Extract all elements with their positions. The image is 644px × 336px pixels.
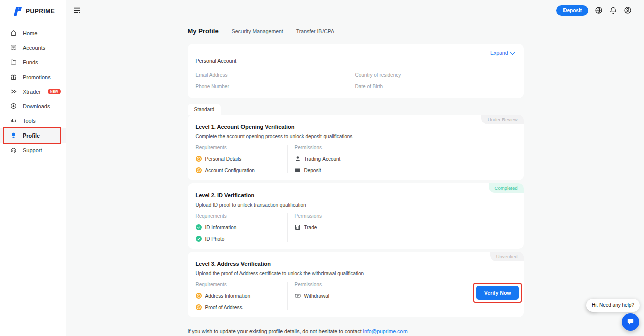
requirement-label: ID Information bbox=[205, 225, 237, 230]
tab-my-profile[interactable]: My Profile bbox=[188, 27, 219, 35]
support-icon bbox=[10, 147, 17, 153]
tab-transfer-ib-cpa[interactable]: Transfer IB/CPA bbox=[296, 28, 334, 34]
permission-trade: Trade bbox=[295, 224, 516, 230]
sidebar-item-label: Home bbox=[23, 30, 37, 36]
sidebar-item-support[interactable]: Support bbox=[0, 143, 66, 157]
personal-account-card: Expand Personal Account Email Address Co… bbox=[188, 44, 524, 98]
chat-tooltip[interactable]: Hi. Need any help? bbox=[586, 299, 640, 312]
sidebar-item-xtrader[interactable]: Xtrader NEW bbox=[0, 84, 66, 99]
sidebar-item-home[interactable]: Home bbox=[0, 26, 66, 40]
page-tabs: My Profile Security Management Transfer … bbox=[188, 27, 524, 35]
phone-number-label: Phone Number bbox=[196, 84, 355, 89]
level-2-card: Completed Level 2. ID Verification Uploa… bbox=[188, 183, 524, 249]
requirements-label: Requirements bbox=[196, 282, 287, 287]
requirement-account-configuration: Account Configuration bbox=[196, 167, 287, 173]
chat-launcher-button[interactable] bbox=[622, 313, 639, 331]
date-of-birth-label: Date of Birth bbox=[355, 84, 514, 89]
contact-email-link[interactable]: info@puprime.com bbox=[363, 328, 408, 334]
requirement-label: Address Information bbox=[205, 293, 251, 299]
sidebar-item-label: Support bbox=[23, 147, 42, 153]
language-globe-icon[interactable] bbox=[595, 6, 603, 14]
xtrader-icon bbox=[10, 88, 17, 95]
expand-label: Expand bbox=[490, 50, 508, 56]
sidebar-item-label: Profile bbox=[23, 132, 40, 139]
level-description: Upload the proof of Address certificate … bbox=[196, 271, 516, 276]
requirement-id-information: ID Information bbox=[196, 224, 287, 230]
status-badge-under-review: Under Review bbox=[481, 115, 524, 124]
tab-security-management[interactable]: Security Management bbox=[232, 28, 283, 34]
sidebar-item-label: Accounts bbox=[23, 45, 45, 51]
deposit-button[interactable]: Deposit bbox=[556, 5, 588, 16]
profile-page: My Profile Security Management Transfer … bbox=[188, 27, 524, 334]
permission-label: Withdrawal bbox=[304, 293, 329, 299]
notifications-bell-icon[interactable] bbox=[609, 6, 617, 14]
sidebar-item-label: Downloads bbox=[23, 103, 50, 109]
sidebar-item-label: Funds bbox=[23, 59, 38, 65]
user-account-icon[interactable] bbox=[624, 6, 632, 14]
sidebar-item-funds[interactable]: Funds bbox=[0, 55, 66, 70]
new-badge: NEW bbox=[48, 89, 61, 94]
level-columns: Requirements Personal Details Account Co… bbox=[196, 145, 516, 173]
accounts-icon bbox=[10, 44, 17, 51]
sidebar-item-accounts[interactable]: Accounts bbox=[0, 40, 66, 55]
level-3-card: Unverified Level 3. Address Verification… bbox=[188, 252, 524, 317]
permissions-label: Permissions bbox=[295, 213, 516, 219]
tools-icon bbox=[10, 117, 17, 124]
annotation-box-verify-now: Verify Now bbox=[473, 283, 522, 303]
sidebar-menu: Home Accounts Funds Promotions Xtrader N… bbox=[0, 26, 66, 157]
permission-label: Trade bbox=[304, 225, 317, 230]
sidebar-item-profile[interactable]: Profile bbox=[0, 128, 66, 143]
permission-trading-account: Trading Account bbox=[295, 156, 516, 162]
requirement-label: ID Photo bbox=[205, 236, 225, 242]
requirement-personal-details: Personal Details bbox=[196, 156, 287, 162]
status-badge-unverified: Unverified bbox=[490, 252, 524, 261]
level-columns: Requirements ID Information ID Photo Per… bbox=[196, 213, 516, 242]
sidebar-item-label: Tools bbox=[23, 118, 36, 124]
permission-label: Trading Account bbox=[304, 156, 341, 162]
level-description: Complete the account opening process to … bbox=[196, 133, 516, 139]
profile-icon bbox=[10, 132, 17, 139]
main-area: Deposit My Profile Security Management T… bbox=[67, 0, 644, 336]
expand-toggle[interactable]: Expand bbox=[490, 50, 514, 56]
requirement-label: Proof of Address bbox=[205, 305, 243, 310]
brand-name: PUPRIME bbox=[26, 8, 55, 15]
pending-clock-icon bbox=[196, 304, 202, 310]
done-check-icon bbox=[196, 236, 202, 242]
withdrawal-banknote-icon bbox=[295, 293, 301, 299]
contact-note: If you wish to update your existing prof… bbox=[188, 328, 524, 334]
pending-clock-icon bbox=[196, 156, 202, 162]
sidebar-item-downloads[interactable]: Downloads bbox=[0, 99, 66, 113]
requirements-column: Requirements ID Information ID Photo bbox=[196, 213, 287, 242]
puprime-logo-icon bbox=[13, 6, 23, 16]
chat-bubble-icon bbox=[626, 318, 635, 326]
requirements-label: Requirements bbox=[196, 145, 287, 150]
collapse-menu-icon[interactable] bbox=[74, 7, 82, 14]
personal-fields: Email Address Country of residency Phone… bbox=[196, 72, 514, 89]
sidebar-item-tools[interactable]: Tools bbox=[0, 113, 66, 128]
trading-account-icon bbox=[295, 156, 301, 162]
requirement-id-photo: ID Photo bbox=[196, 236, 287, 242]
requirement-proof-of-address: Proof of Address bbox=[196, 304, 287, 310]
sidebar: PUPRIME Home Accounts Funds Promotions X… bbox=[0, 0, 66, 336]
requirements-column: Requirements Personal Details Account Co… bbox=[196, 145, 287, 173]
requirement-label: Personal Details bbox=[205, 156, 242, 162]
level-columns: Requirements Address Information Proof o… bbox=[196, 282, 516, 310]
permission-deposit: Deposit bbox=[295, 167, 516, 173]
sidebar-item-label: Xtrader bbox=[23, 89, 41, 95]
requirement-label: Account Configuration bbox=[205, 168, 255, 173]
top-bar: Deposit bbox=[67, 0, 644, 20]
country-of-residency-label: Country of residency bbox=[355, 72, 514, 78]
level-1-card: Under Review Level 1. Account Opening Ve… bbox=[188, 115, 524, 180]
brand-logo: PUPRIME bbox=[0, 0, 66, 16]
verify-now-button[interactable]: Verify Now bbox=[476, 286, 519, 300]
done-check-icon bbox=[196, 224, 202, 230]
level-title: Level 3. Address Verification bbox=[196, 261, 516, 267]
trade-chart-icon bbox=[295, 224, 301, 230]
account-type-label: Personal Account bbox=[196, 58, 514, 64]
requirements-column: Requirements Address Information Proof o… bbox=[196, 282, 287, 310]
permissions-column: Permissions Trading Account Deposit bbox=[287, 145, 516, 173]
deposit-card-icon bbox=[295, 167, 301, 173]
permission-label: Deposit bbox=[304, 168, 321, 173]
tab-standard[interactable]: Standard bbox=[188, 104, 221, 115]
sidebar-item-promotions[interactable]: Promotions bbox=[0, 70, 66, 84]
